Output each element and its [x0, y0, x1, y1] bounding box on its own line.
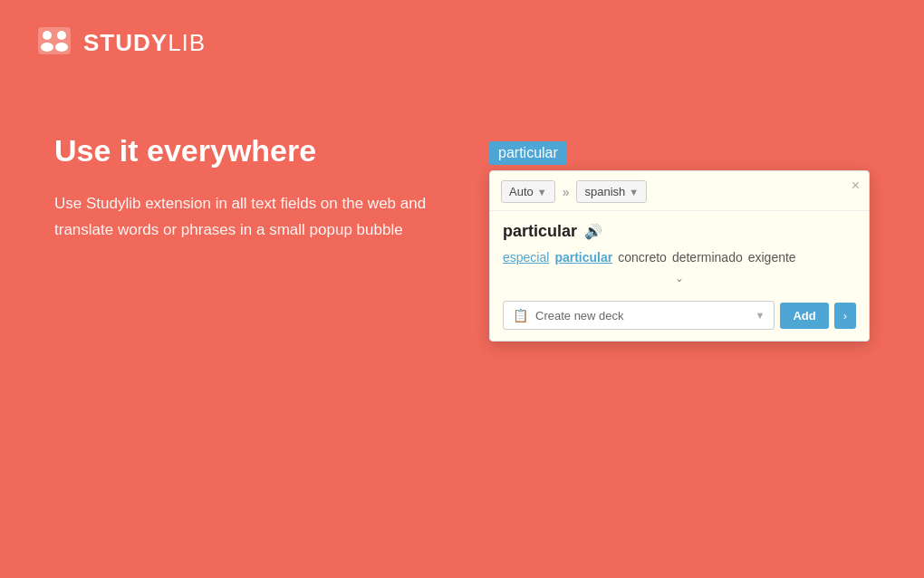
close-button[interactable]: × — [852, 178, 860, 193]
lang-separator-icon: » — [563, 185, 570, 199]
deck-icon: 📋 — [513, 308, 528, 323]
header: STUDYLIB — [0, 0, 924, 60]
translated-word: particular — [503, 222, 577, 241]
speaker-icon[interactable]: 🔊 — [584, 223, 602, 240]
next-button[interactable]: › — [834, 303, 856, 329]
translation-especial[interactable]: especial — [503, 250, 549, 265]
from-lang-label: Auto — [509, 185, 534, 198]
deck-label: Create new deck — [535, 309, 747, 323]
translation-popup: Auto ▼ » spanish ▼ × particular 🔊 especi… — [489, 170, 870, 342]
logo-study: STUDY — [83, 29, 168, 56]
popup-header: Auto ▼ » spanish ▼ × — [490, 171, 869, 211]
logo-icon — [36, 25, 83, 60]
translations-line: especial particular concreto determinado… — [503, 250, 856, 265]
logo-text: STUDYLIB — [83, 29, 206, 57]
translation-concreto[interactable]: concreto — [618, 250, 667, 265]
svg-point-4 — [55, 43, 68, 52]
translation-particular[interactable]: particular — [554, 250, 612, 265]
deck-dropdown-arrow-icon: ▼ — [755, 310, 765, 321]
to-lang-arrow-icon: ▼ — [629, 187, 639, 197]
selected-word-highlight: particular — [489, 141, 567, 165]
popup-footer: 📋 Create new deck ▼ Add › — [490, 301, 869, 341]
translation-determinado[interactable]: determinado — [672, 250, 743, 265]
headline: Use it everywhere — [54, 132, 435, 169]
body-text: Use Studylib extension in all text field… — [54, 191, 435, 244]
from-language-select[interactable]: Auto ▼ — [501, 180, 555, 203]
word-line: particular 🔊 — [503, 222, 856, 241]
to-language-select[interactable]: spanish ▼ — [576, 180, 647, 203]
left-section: Use it everywhere Use Studylib extension… — [54, 132, 435, 244]
main-content: Use it everywhere Use Studylib extension… — [0, 60, 924, 342]
next-icon: › — [843, 309, 847, 323]
svg-point-2 — [41, 43, 53, 52]
from-lang-arrow-icon: ▼ — [537, 187, 547, 197]
to-lang-label: spanish — [584, 185, 625, 198]
svg-point-3 — [57, 31, 66, 40]
popup-body: particular 🔊 especial particular concret… — [490, 211, 869, 301]
logo-lib: LIB — [168, 29, 206, 56]
add-button[interactable]: Add — [780, 303, 828, 329]
expand-translations-icon[interactable]: ⌄ — [503, 272, 856, 284]
translation-exigente[interactable]: exigente — [748, 250, 796, 265]
svg-point-1 — [43, 31, 52, 40]
right-section: particular Auto ▼ » spanish ▼ × particul… — [489, 132, 870, 342]
deck-selector[interactable]: 📋 Create new deck ▼ — [503, 301, 775, 330]
